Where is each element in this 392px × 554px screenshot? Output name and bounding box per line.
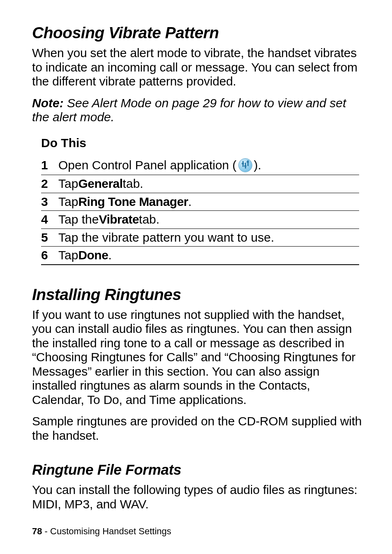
note-label: Note: bbox=[32, 96, 64, 110]
footer-sep: - bbox=[42, 526, 50, 536]
page-number: 78 bbox=[32, 526, 42, 536]
section3-para1: You can install the following types of a… bbox=[32, 483, 363, 511]
page-footer: 78 - Customising Handset Settings bbox=[32, 526, 171, 537]
ui-label-done: Done bbox=[78, 248, 108, 263]
step-row: 4 Tap the Vibrate tab. bbox=[41, 210, 359, 229]
note-paragraph: Note: See Alert Mode on page 29 for how … bbox=[32, 96, 363, 125]
step-number: 3 bbox=[41, 195, 58, 209]
step-row: 3 Tap Ring Tone Manager. bbox=[41, 193, 359, 211]
section2-para1: If you want to use ringtunes not supplie… bbox=[32, 308, 363, 407]
ui-label-ring-tone-manager: Ring Tone Manager bbox=[78, 195, 188, 209]
heading-choosing-vibrate-pattern: Choosing Vibrate Pattern bbox=[32, 24, 363, 42]
step-row: 6 Tap Done. bbox=[41, 246, 359, 265]
step-row: 2 Tap General tab. bbox=[41, 175, 359, 193]
step-text-post: ). bbox=[254, 158, 261, 173]
steps-header: Do This bbox=[41, 136, 359, 150]
step-text: Tap General tab. bbox=[58, 177, 143, 191]
step-number: 1 bbox=[41, 158, 58, 172]
heading-ringtune-file-formats: Ringtune File Formats bbox=[32, 462, 363, 478]
step-text-post: . bbox=[108, 248, 111, 263]
note-text: See Alert Mode on page 29 for how to vie… bbox=[32, 96, 346, 124]
step-text-pre: Open Control Panel application ( bbox=[58, 158, 237, 173]
step-text-pre: Tap the bbox=[58, 212, 99, 227]
step-number: 5 bbox=[41, 231, 58, 245]
step-text-pre: Tap bbox=[58, 177, 78, 191]
step-text-post: tab. bbox=[139, 212, 159, 227]
ui-label-vibrate: Vibrate bbox=[99, 212, 139, 227]
step-number: 4 bbox=[41, 212, 58, 226]
step-row: 1 Open Control Panel application ( ). bbox=[41, 157, 359, 175]
step-text: Tap the vibrate pattern you want to use. bbox=[58, 231, 274, 245]
step-text-pre: Tap bbox=[58, 195, 78, 209]
step-text: Open Control Panel application ( ). bbox=[58, 158, 261, 173]
step-text-pre: Tap bbox=[58, 248, 78, 263]
heading-installing-ringtunes: Installing Ringtunes bbox=[32, 286, 363, 304]
step-text-post: . bbox=[188, 195, 191, 209]
intro-paragraph: When you set the alert mode to vibrate, … bbox=[32, 46, 363, 89]
step-row: 5 Tap the vibrate pattern you want to us… bbox=[41, 229, 359, 247]
control-panel-icon bbox=[238, 158, 252, 172]
step-text: Tap the Vibrate tab. bbox=[58, 212, 159, 227]
step-text-post: tab. bbox=[123, 177, 143, 191]
step-text-pre: Tap the vibrate pattern you want to use. bbox=[58, 231, 274, 245]
step-number: 2 bbox=[41, 177, 58, 191]
step-number: 6 bbox=[41, 248, 58, 262]
footer-title: Customising Handset Settings bbox=[50, 526, 171, 536]
step-text: Tap Ring Tone Manager. bbox=[58, 195, 191, 209]
step-text: Tap Done. bbox=[58, 248, 112, 263]
steps-block: Do This 1 Open Control Panel application… bbox=[41, 136, 359, 265]
ui-label-general: General bbox=[78, 177, 122, 191]
section2-para2: Sample ringtunes are provided on the CD-… bbox=[32, 414, 363, 443]
